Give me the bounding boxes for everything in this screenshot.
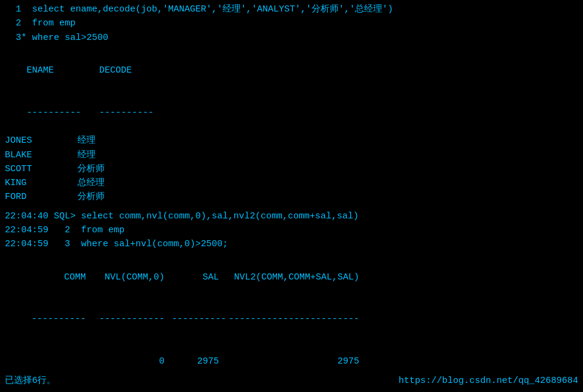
result1-divider: -------------------- <box>5 92 578 134</box>
query1-line2: 2 from emp <box>5 16 578 30</box>
table-row: JONES经理 <box>5 134 578 148</box>
query2-line1: 22:04:40 SQL> select comm,nvl(comm,0),sa… <box>5 209 578 223</box>
result2-header: COMMNVL(COMM,0)SALNVL2(COMM,COMM+SAL,SAL… <box>5 256 578 298</box>
result1-header: ENAMEDECODE <box>5 50 578 92</box>
table-row: BLAKE经理 <box>5 148 578 162</box>
query1-line1: 1 select ename,decode(job,'MANAGER','经理'… <box>5 2 578 16</box>
query2-line2: 22:04:59 2 from emp <box>5 223 578 237</box>
table-row: FORD分析师 <box>5 190 578 204</box>
footer-text: 已选择6行。 <box>5 374 56 386</box>
result2-divider: ----------------------------------------… <box>5 298 578 341</box>
query2-line3: 22:04:59 3 where sal+nvl(comm,0)>2500; <box>5 237 578 251</box>
query1-line3: 3* where sal>2500 <box>5 31 578 45</box>
table-row: SCOTT分析师 <box>5 162 578 176</box>
terminal-window: 1 select ename,decode(job,'MANAGER','经理'… <box>0 0 583 392</box>
footer-url: https://blog.csdn.net/qq_42689684 <box>399 376 578 386</box>
table-row: KING总经理 <box>5 176 578 190</box>
